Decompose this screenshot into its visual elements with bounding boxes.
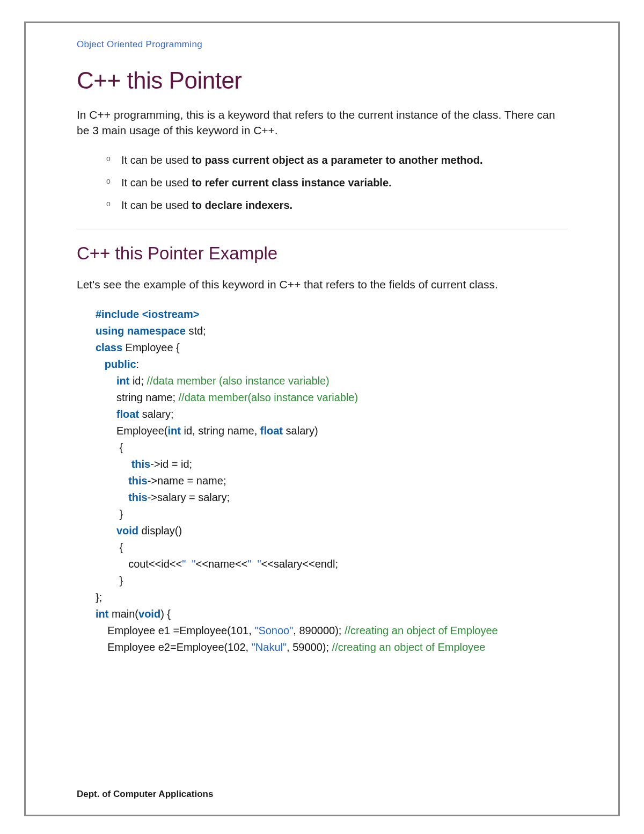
list-item: It can be used to declare indexers.: [106, 198, 567, 213]
code-string: " ": [182, 558, 195, 570]
code-text: ) {: [160, 608, 171, 620]
code-text: };: [96, 591, 102, 603]
code-text: Employee {: [122, 342, 180, 353]
code-keyword: class: [96, 342, 122, 353]
code-text: string name;: [96, 391, 179, 403]
code-preprocessor: #include <iostream>: [96, 308, 199, 320]
code-comment: //data member(also instance variable): [179, 391, 358, 403]
usage-bold: to declare indexers.: [192, 199, 292, 211]
code-keyword: void: [96, 525, 138, 536]
usage-prefix: It can be used: [121, 199, 192, 211]
example-lead: Let's see the example of this keyword in…: [77, 277, 567, 292]
usage-prefix: It can be used: [121, 177, 192, 188]
code-text: <<name<<: [196, 558, 248, 570]
code-text: salary;: [139, 408, 173, 420]
course-link[interactable]: Object Oriented Programming: [77, 39, 567, 50]
code-text: }: [96, 575, 123, 586]
usage-bold: to pass current object as a parameter to…: [192, 154, 482, 166]
list-item: It can be used to refer current class in…: [106, 175, 567, 190]
code-comment: //creating an object of Employee: [332, 641, 486, 653]
code-text: :: [136, 358, 140, 370]
code-string: "Sonoo": [254, 625, 293, 636]
page-title: C++ this Pointer: [77, 67, 567, 94]
page: Object Oriented Programming C++ this Poi…: [24, 21, 620, 816]
code-keyword: int: [168, 425, 181, 437]
code-text: Employee e1 =Employee(101,: [96, 625, 254, 636]
code-text: ->salary = salary;: [148, 491, 230, 503]
intro-paragraph: In C++ programming, this is a keyword th…: [77, 107, 567, 139]
code-keyword: this: [96, 458, 150, 470]
code-comment: //data member (also instance variable): [147, 375, 330, 387]
section-title: C++ this Pointer Example: [77, 243, 567, 264]
footer-department: Dept. of Computer Applications: [77, 789, 213, 800]
code-text: , 59000);: [287, 641, 332, 653]
section-divider: [77, 229, 567, 229]
code-keyword: float: [260, 425, 283, 437]
code-keyword: int: [96, 375, 129, 387]
code-text: ->name = name;: [148, 475, 226, 487]
code-keyword: void: [138, 608, 160, 620]
code-text: main(: [108, 608, 138, 620]
code-keyword: int: [96, 608, 108, 620]
code-text: salary): [283, 425, 318, 437]
code-string: "Nakul": [252, 641, 287, 653]
code-text: id;: [129, 375, 147, 387]
code-text: Employee(: [96, 425, 168, 437]
code-keyword: using namespace: [96, 325, 186, 337]
code-text: display(): [138, 525, 182, 536]
code-text: id, string name,: [181, 425, 260, 437]
usage-bold: to refer current class instance variable…: [192, 177, 391, 188]
code-text: {: [96, 541, 123, 553]
usage-prefix: It can be used: [121, 154, 192, 166]
code-text: <<salary<<endl;: [261, 558, 338, 570]
code-comment: //creating an object of Employee: [345, 625, 498, 636]
page-wrapper: Object Oriented Programming C++ this Poi…: [0, 0, 644, 832]
code-keyword: this: [96, 491, 148, 503]
code-text: , 890000);: [293, 625, 345, 636]
code-text: ->id = id;: [150, 458, 192, 470]
code-string: " ": [247, 558, 261, 570]
code-text: cout<<id<<: [96, 558, 182, 570]
list-item: It can be used to pass current object as…: [106, 153, 567, 168]
code-block: #include <iostream> using namespace std;…: [77, 306, 567, 656]
code-text: Employee e2=Employee(102,: [96, 641, 252, 653]
code-text: std;: [186, 325, 206, 337]
code-text: {: [96, 441, 123, 453]
code-text: }: [96, 508, 123, 520]
code-keyword: float: [96, 408, 139, 420]
usage-list: It can be used to pass current object as…: [77, 153, 567, 213]
code-keyword: this: [96, 475, 148, 487]
code-keyword: public: [96, 358, 136, 370]
